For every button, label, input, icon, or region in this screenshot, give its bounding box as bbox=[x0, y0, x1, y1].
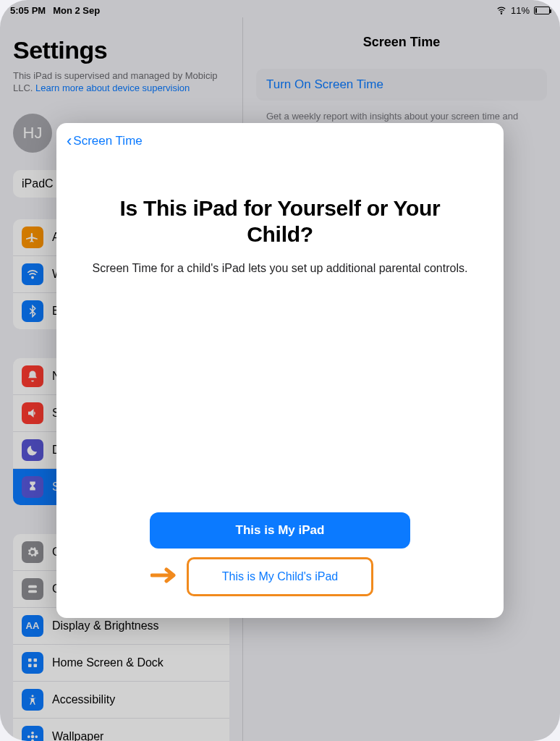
childs-ipad-button[interactable]: This is My Child's iPad bbox=[190, 562, 370, 592]
modal-description: Screen Time for a child's iPad lets you … bbox=[87, 261, 473, 276]
my-ipad-button[interactable]: This is My iPad bbox=[150, 512, 410, 549]
annotation-arrow-icon bbox=[150, 567, 179, 586]
modal-back-label: Screen Time bbox=[73, 134, 142, 148]
modal-back-button[interactable]: ‹ Screen Time bbox=[67, 133, 493, 149]
screen-time-modal: ‹ Screen Time Is This iPad for Yourself … bbox=[56, 123, 504, 618]
chevron-left-icon: ‹ bbox=[67, 133, 72, 149]
modal-heading: Is This iPad for Yourself or Your Child? bbox=[87, 195, 473, 247]
